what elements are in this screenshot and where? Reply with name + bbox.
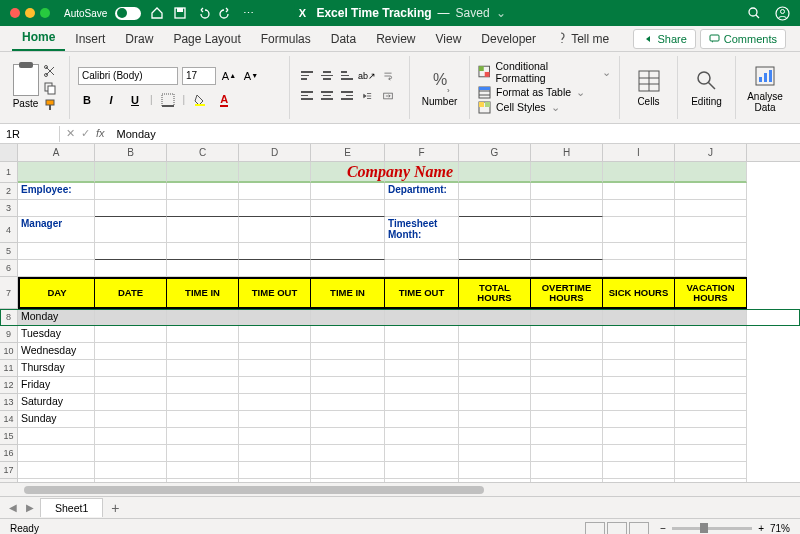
cell[interactable]: [95, 260, 167, 277]
cell[interactable]: [18, 200, 95, 217]
cell[interactable]: [531, 377, 603, 394]
cell[interactable]: [167, 326, 239, 343]
tab-draw[interactable]: Draw: [115, 27, 163, 51]
sheet-tab[interactable]: Sheet1: [40, 498, 103, 517]
row-header[interactable]: 9: [0, 326, 18, 343]
cell[interactable]: [675, 411, 747, 428]
cut-icon[interactable]: [43, 64, 57, 78]
cell[interactable]: [531, 183, 603, 200]
cell[interactable]: [311, 394, 385, 411]
cell[interactable]: [167, 394, 239, 411]
cell[interactable]: DATE: [95, 277, 167, 309]
cell[interactable]: [531, 217, 603, 243]
cell[interactable]: [531, 162, 603, 183]
cell[interactable]: OVERTIME HOURS: [531, 277, 603, 309]
horizontal-scrollbar[interactable]: [0, 482, 800, 496]
cell[interactable]: [603, 260, 675, 277]
cell[interactable]: Wednesday: [18, 343, 95, 360]
cell[interactable]: [239, 183, 311, 200]
home-icon[interactable]: [149, 6, 164, 21]
cell[interactable]: [603, 377, 675, 394]
cell[interactable]: [459, 377, 531, 394]
cell[interactable]: Manager: [18, 217, 95, 243]
cell[interactable]: [311, 243, 385, 260]
cell[interactable]: [675, 309, 747, 326]
cell[interactable]: [311, 428, 385, 445]
more-icon[interactable]: ⋯: [241, 6, 256, 21]
ribbon-editing-group[interactable]: Editing: [678, 56, 736, 119]
cell[interactable]: [459, 360, 531, 377]
cell[interactable]: [239, 377, 311, 394]
tab-view[interactable]: View: [426, 27, 472, 51]
cell[interactable]: TIME IN: [167, 277, 239, 309]
cell[interactable]: [95, 183, 167, 200]
copy-icon[interactable]: [43, 81, 57, 95]
cell[interactable]: [531, 326, 603, 343]
cell[interactable]: [167, 428, 239, 445]
cell[interactable]: [167, 162, 239, 183]
cell[interactable]: [459, 445, 531, 462]
cell[interactable]: [167, 217, 239, 243]
cell[interactable]: [311, 200, 385, 217]
cell[interactable]: [531, 394, 603, 411]
column-header[interactable]: B: [95, 144, 167, 161]
cell[interactable]: [239, 411, 311, 428]
cell[interactable]: Timesheet Month:: [385, 217, 459, 243]
cell[interactable]: [239, 309, 311, 326]
cell[interactable]: [95, 428, 167, 445]
cell[interactable]: [167, 411, 239, 428]
cell[interactable]: [385, 260, 459, 277]
zoom-out-button[interactable]: −: [660, 523, 666, 534]
row-header[interactable]: 1: [0, 162, 18, 183]
cell[interactable]: [675, 462, 747, 479]
cell[interactable]: [239, 200, 311, 217]
italic-button[interactable]: I: [102, 91, 120, 109]
cell[interactable]: [675, 377, 747, 394]
cell[interactable]: [239, 462, 311, 479]
share-button[interactable]: Share: [633, 29, 695, 49]
cell[interactable]: [95, 309, 167, 326]
formula-input[interactable]: Monday: [111, 126, 162, 142]
cell[interactable]: [385, 377, 459, 394]
row-header[interactable]: 14: [0, 411, 18, 428]
cell[interactable]: [385, 394, 459, 411]
cell[interactable]: [311, 411, 385, 428]
column-header[interactable]: E: [311, 144, 385, 161]
cell[interactable]: Saturday: [18, 394, 95, 411]
sheet-nav-next-icon[interactable]: ▶: [23, 501, 37, 515]
cell[interactable]: [675, 260, 747, 277]
underline-button[interactable]: U: [126, 91, 144, 109]
cell[interactable]: [311, 217, 385, 243]
cancel-icon[interactable]: ✕: [66, 127, 75, 140]
row-header[interactable]: 2: [0, 183, 18, 200]
cell[interactable]: [385, 200, 459, 217]
redo-icon[interactable]: [218, 6, 233, 21]
cell[interactable]: [239, 360, 311, 377]
cell[interactable]: [385, 411, 459, 428]
cell[interactable]: [603, 309, 675, 326]
select-all-corner[interactable]: [0, 144, 18, 161]
cell[interactable]: Employee:: [18, 183, 95, 200]
view-page-break-icon[interactable]: [629, 522, 649, 535]
view-page-layout-icon[interactable]: [607, 522, 627, 535]
cell[interactable]: Department:: [385, 183, 459, 200]
cell[interactable]: [603, 411, 675, 428]
cell[interactable]: [459, 243, 531, 260]
row-header[interactable]: 12: [0, 377, 18, 394]
cell[interactable]: [95, 445, 167, 462]
cell[interactable]: [18, 462, 95, 479]
cell[interactable]: [531, 445, 603, 462]
cell[interactable]: [603, 217, 675, 243]
cell[interactable]: [311, 462, 385, 479]
column-header[interactable]: H: [531, 144, 603, 161]
cell[interactable]: [675, 162, 747, 183]
cell[interactable]: [311, 377, 385, 394]
tab-insert[interactable]: Insert: [65, 27, 115, 51]
cell[interactable]: [603, 343, 675, 360]
enter-icon[interactable]: ✓: [81, 127, 90, 140]
cell[interactable]: [95, 243, 167, 260]
sheet-nav-prev-icon[interactable]: ◀: [6, 501, 20, 515]
column-header[interactable]: D: [239, 144, 311, 161]
profile-icon[interactable]: [775, 6, 790, 21]
cell[interactable]: [95, 217, 167, 243]
